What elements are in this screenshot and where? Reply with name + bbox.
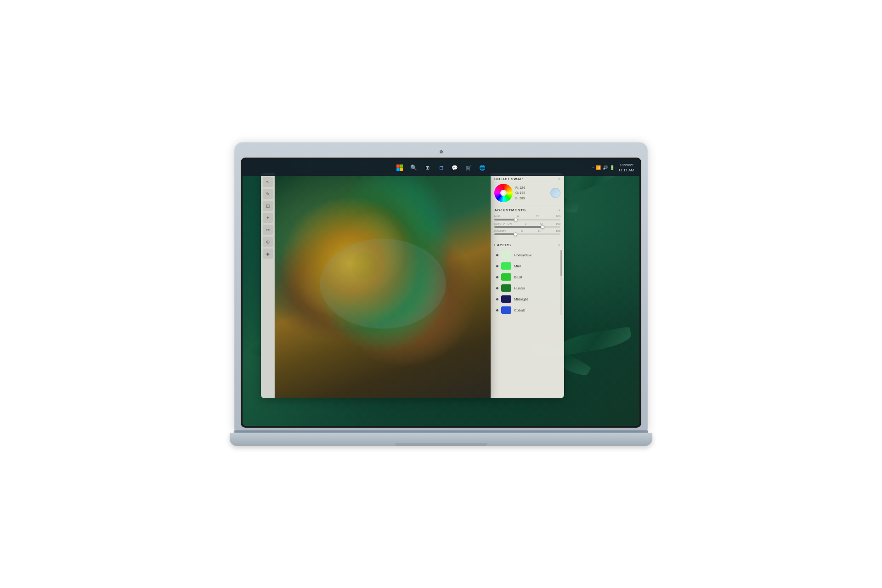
layer-name: Cobalt <box>514 308 525 312</box>
list-item[interactable]: Mint <box>494 261 560 271</box>
layer-swatch <box>501 262 511 270</box>
r-value-row: R: 124 <box>515 185 548 190</box>
color-swap-content: R: 124 G: 199 B: <box>494 184 560 202</box>
layer-name: Hunter <box>514 286 525 290</box>
list-item[interactable]: Midnight <box>494 294 560 304</box>
layer-name: Honeydew <box>514 253 531 257</box>
layer-swatch <box>501 284 511 292</box>
layers-scrollbar[interactable] <box>560 250 562 315</box>
hue-thumb[interactable] <box>514 218 518 221</box>
hue-min: 0 <box>517 215 519 218</box>
tool-crop[interactable]: ⊡ <box>263 201 273 211</box>
layer-dot <box>496 298 498 300</box>
color-swap-section: COLOR SWAP × R: 124 <box>491 173 564 205</box>
taskbar-date: 10/20/21 <box>618 163 634 168</box>
tool-zoom[interactable]: ⊕ <box>263 237 273 247</box>
saturation-label: SATURATION <box>494 222 512 225</box>
opacity-max: 100 <box>556 230 560 232</box>
b-value: 200 <box>520 197 525 200</box>
saturation-slider-group: SATURATION 0 72 100 <box>494 222 560 228</box>
opacity-slider-group: OPACITY 0 31 100 <box>494 230 560 235</box>
layer-swatch <box>501 306 511 314</box>
opacity-track[interactable] <box>494 233 560 235</box>
saturation-label-row: SATURATION 0 72 100 <box>494 222 560 225</box>
hue-label: HUE <box>494 215 500 218</box>
layer-dot <box>496 287 498 289</box>
battery-icon: 🔋 <box>610 165 615 170</box>
layer-dot <box>496 309 498 311</box>
adjustments-header: ADJUSTMENTS × <box>494 208 560 212</box>
store-button[interactable]: 🛒 <box>464 163 474 173</box>
list-item[interactable]: Cobalt <box>494 305 560 315</box>
start-button[interactable] <box>395 163 405 173</box>
layer-dot <box>496 276 498 278</box>
layers-list: Honeydew Mint <box>494 250 560 315</box>
task-view-button[interactable]: ⊞ <box>422 163 432 173</box>
b-value-row: B: 200 <box>515 196 548 201</box>
layer-name: Midnight <box>514 297 528 301</box>
volume-icon: 🔊 <box>603 165 608 170</box>
color-swap-close[interactable]: × <box>558 177 560 181</box>
tool-pencil[interactable]: ✎ <box>263 189 273 199</box>
hue-track[interactable] <box>494 219 560 220</box>
opacity-thumb[interactable] <box>514 232 517 236</box>
hue-fill <box>494 219 515 220</box>
laptop-screen: ↖ ✎ ⊡ ⌖ ✂ ⊕ ◈ <box>243 159 639 426</box>
windows-logo <box>396 164 403 171</box>
hue-slider-group: HUE 0 57 180 <box>494 215 560 220</box>
opacity-label: OPACITY <box>494 230 506 232</box>
win-tile-2 <box>400 164 403 168</box>
chat-button[interactable]: 💬 <box>450 163 460 173</box>
layer-dot <box>496 265 498 267</box>
saturation-track[interactable] <box>494 226 560 228</box>
opacity-label-row: OPACITY 0 31 100 <box>494 230 560 232</box>
search-button[interactable]: 🔍 <box>408 163 418 173</box>
laptop-lid: ↖ ✎ ⊡ ⌖ ✂ ⊕ ◈ <box>234 142 648 430</box>
toolbar-sidebar: ↖ ✎ ⊡ ⌖ ✂ ⊕ ◈ <box>261 173 275 398</box>
layers-scrollbar-thumb <box>560 250 562 276</box>
taskbar-clock[interactable]: 10/20/21 11:11 AM <box>618 163 634 173</box>
adjustments-close[interactable]: × <box>558 208 560 212</box>
opacity-value: 31 <box>538 230 541 232</box>
wifi-icon: 📶 <box>596 165 601 170</box>
hue-value: 57 <box>536 215 539 218</box>
color-info: R: 124 G: 199 B: <box>515 185 548 201</box>
canvas-content[interactable] <box>275 173 491 398</box>
layer-swatch <box>501 273 511 281</box>
tray-up-arrow[interactable]: ^ <box>592 166 594 170</box>
layers-header: LAYERS × <box>494 243 560 247</box>
right-panel: COLOR SWAP × R: 124 <box>491 173 564 398</box>
layers-title: LAYERS <box>494 243 511 247</box>
canvas-area: ↖ ✎ ⊡ ⌖ ✂ ⊕ ◈ <box>261 173 491 398</box>
app-window: ↖ ✎ ⊡ ⌖ ✂ ⊕ ◈ <box>261 173 626 398</box>
list-item[interactable]: Hunter <box>494 283 560 293</box>
tool-scissor[interactable]: ✂ <box>263 225 273 235</box>
tool-arrow[interactable]: ↖ <box>263 177 273 187</box>
r-value: 124 <box>520 186 525 189</box>
color-swap-title: COLOR SWAP <box>494 177 523 181</box>
list-item[interactable]: Basil <box>494 272 560 282</box>
layer-swatch <box>501 295 511 303</box>
r-label: R: <box>515 186 519 189</box>
hue-label-row: HUE 0 57 180 <box>494 215 560 218</box>
color-preview[interactable] <box>550 188 560 198</box>
g-value: 199 <box>520 191 525 194</box>
tool-select[interactable]: ⌖ <box>263 213 273 223</box>
edge-button[interactable]: 🌐 <box>477 163 487 173</box>
widgets-button[interactable]: ⊟ <box>436 163 446 173</box>
tool-stamp[interactable]: ◈ <box>263 249 273 259</box>
desktop-background[interactable]: ↖ ✎ ⊡ ⌖ ✂ ⊕ ◈ <box>243 159 639 426</box>
list-item[interactable]: Honeydew <box>494 250 560 260</box>
saturation-max: 100 <box>556 222 560 225</box>
saturation-thumb[interactable] <box>541 225 544 229</box>
color-wheel[interactable] <box>494 184 513 202</box>
g-value-row: G: 199 <box>515 190 548 195</box>
taskbar-right: ^ 📶 🔊 🔋 10/20/21 11:11 AM <box>592 163 634 173</box>
laptop-base <box>230 433 652 446</box>
saturation-min: 0 <box>525 222 526 225</box>
svg-point-1 <box>351 252 378 279</box>
win-tile-4 <box>400 168 403 171</box>
camera-bar <box>241 147 641 156</box>
win-tile-3 <box>396 168 400 171</box>
layers-close[interactable]: × <box>558 243 560 247</box>
